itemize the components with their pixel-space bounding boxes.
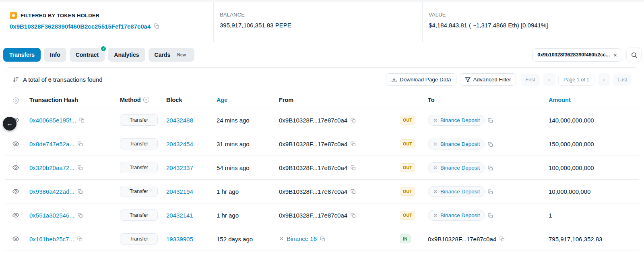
direction-cell: OUT <box>396 203 425 227</box>
balance-value: 395,917,106,351.83 PEPE <box>220 22 416 29</box>
block-link[interactable]: 20432454 <box>166 141 193 147</box>
quick-view-button[interactable] <box>11 163 21 172</box>
transfers-card: A total of 6 transactions found Download… <box>5 67 639 253</box>
copy-icon[interactable] <box>350 212 357 219</box>
from-cell: 0x9B10328F...17e87c0a4 <box>276 203 396 227</box>
copy-icon[interactable] <box>350 164 357 171</box>
age-cell: 1 hr ago <box>213 180 276 203</box>
direction-badge: OUT <box>400 116 415 124</box>
copy-icon[interactable] <box>77 188 84 195</box>
tab-cards[interactable]: Cards New <box>149 48 194 62</box>
address-tag-label: Binance Deposit <box>440 117 480 123</box>
address-tag-chip[interactable]: Binance Deposit <box>428 115 485 126</box>
tx-hash-link[interactable]: 0x400685e195f... <box>29 117 76 124</box>
address-tag-chip[interactable]: Binance Deposit <box>428 186 485 197</box>
block-link[interactable]: 20432337 <box>166 164 193 171</box>
address-text: 0x9B10328F...17e87c0a4 <box>279 117 347 124</box>
block-link[interactable]: 20432488 <box>166 117 193 124</box>
tx-hash-link[interactable]: 0x320b20aa72... <box>29 164 74 171</box>
copy-icon[interactable] <box>153 23 160 30</box>
amount-cell: 795,917,106,352.83 <box>545 227 639 251</box>
eye-icon <box>12 141 19 147</box>
address-filter-chip[interactable]: 0x9b10328f3628390f460b2cc... × <box>532 48 622 62</box>
pagination-prev-button[interactable]: ‹ <box>543 73 555 86</box>
copy-icon[interactable] <box>350 188 357 195</box>
copy-icon[interactable] <box>76 236 83 243</box>
tab-info[interactable]: Info <box>44 48 66 62</box>
pagination-first-button[interactable]: First <box>521 74 539 86</box>
block-link[interactable]: 20432141 <box>166 212 193 219</box>
tab-contract[interactable]: Contract ✓ <box>70 48 105 62</box>
direction-cell: OUT <box>396 132 425 156</box>
copy-icon[interactable] <box>319 236 326 243</box>
quick-view-button[interactable] <box>11 187 21 196</box>
search-icon <box>631 52 638 58</box>
direction-badge: OUT <box>400 163 415 172</box>
header-method: Method? <box>117 91 163 108</box>
copy-icon[interactable] <box>350 141 357 147</box>
holder-address-link[interactable]: 0x9B10328F3628390f460B2cc25515Fef17e87c0… <box>10 23 151 30</box>
address-text: 0x9B10328F...17e87c0a4 <box>279 164 347 171</box>
header-direction <box>396 91 425 108</box>
copy-icon[interactable] <box>77 164 84 171</box>
copy-icon[interactable] <box>78 117 85 124</box>
scroll-back-button[interactable]: ← <box>3 117 17 131</box>
token-icon <box>10 12 17 19</box>
copy-icon <box>351 213 356 218</box>
binance-diamond-icon <box>433 189 438 194</box>
table-toolbar: A total of 6 transactions found Download… <box>5 68 639 91</box>
token-holder-summary: FILTERED BY TOKEN HOLDER 0x9B10328F36283… <box>0 2 644 42</box>
tab-info-label: Info <box>50 52 60 58</box>
address-tag-chip[interactable]: Binance Deposit <box>428 210 485 221</box>
tab-transfers[interactable]: Transfers <box>3 48 41 62</box>
header-amount[interactable]: Amount <box>545 91 639 108</box>
tx-hash-link[interactable]: 0x161beb25c7... <box>29 236 74 243</box>
header-block: Block <box>163 91 213 108</box>
tx-hash-link[interactable]: 0x9386a422ad... <box>29 188 74 195</box>
copy-icon <box>77 236 83 242</box>
copy-icon <box>78 213 83 218</box>
download-page-data-button[interactable]: Download Page Data <box>386 73 456 86</box>
copy-icon[interactable] <box>487 141 494 148</box>
block-link[interactable]: 19339905 <box>166 236 193 243</box>
table-row: 0x320b20aa72...Transfer2043233754 mins a… <box>5 156 639 180</box>
copy-icon[interactable] <box>350 117 357 124</box>
quick-view-button[interactable] <box>11 139 21 149</box>
copy-icon[interactable] <box>77 212 84 219</box>
pagination-last-button[interactable]: Last <box>613 74 632 86</box>
value-amount: $4,184,843.81 ( ~1,317.4868 Eth) [0.0941… <box>429 22 638 29</box>
pagination-next-button[interactable]: › <box>598 73 610 86</box>
header-method-label: Method <box>120 97 141 103</box>
quick-view-button[interactable] <box>11 234 21 244</box>
copy-icon[interactable] <box>487 212 494 219</box>
help-icon[interactable]: ? <box>143 97 149 103</box>
copy-icon[interactable] <box>77 141 84 147</box>
copy-icon <box>78 189 83 194</box>
copy-icon[interactable] <box>487 189 494 195</box>
copy-icon[interactable] <box>487 165 494 172</box>
tx-hash-link[interactable]: 0x8de747e52a... <box>29 141 74 147</box>
address-text: 0x9B10328F...17e87c0a4 <box>279 212 347 219</box>
header-age[interactable]: Age <box>213 91 276 108</box>
tx-hash-link[interactable]: 0x551a302546... <box>29 212 74 219</box>
address-tag-chip[interactable]: Binance Deposit <box>428 162 485 173</box>
address-tag-label: Binance 16 <box>287 235 317 242</box>
tab-analytics[interactable]: Analytics <box>108 48 145 62</box>
balance-section: BALANCE 395,917,106,351.83 PEPE <box>213 2 422 42</box>
header-to: To <box>425 91 545 108</box>
copy-icon[interactable] <box>487 117 494 124</box>
copy-icon[interactable] <box>499 236 506 243</box>
address-tag-link[interactable]: Binance 16 <box>279 235 317 242</box>
header-from: From <box>276 91 396 108</box>
amount-cell: 1 <box>545 203 639 227</box>
advanced-filter-button[interactable]: Advanced Filter <box>460 73 516 86</box>
search-button[interactable] <box>626 48 642 62</box>
block-link[interactable]: 20432194 <box>166 188 193 195</box>
close-icon[interactable]: × <box>613 52 617 58</box>
help-icon[interactable]: ? <box>13 97 19 104</box>
address-tag-chip[interactable]: Binance Deposit <box>428 139 485 149</box>
quick-view-button[interactable] <box>11 210 21 220</box>
direction-badge: OUT <box>400 211 415 220</box>
to-cell: Binance Deposit <box>425 156 545 180</box>
amount-cell: 140,000,000,000 <box>545 108 639 132</box>
